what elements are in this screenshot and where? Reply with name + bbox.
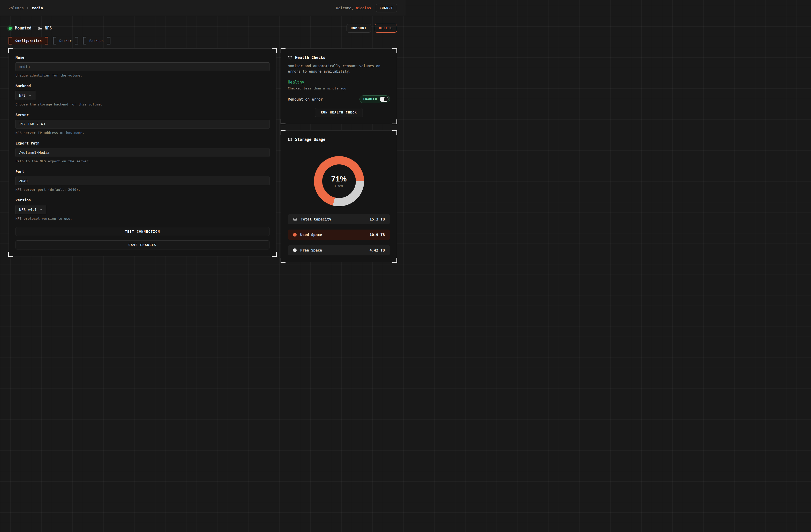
username: nicolas (356, 6, 371, 10)
status-left: Mounted NFS (9, 26, 52, 31)
backend-chip: NFS (38, 26, 52, 31)
configuration-panel: Name Unique identifier for the volume. B… (9, 48, 276, 256)
storage-usage-title: Storage Usage (295, 137, 325, 142)
unmount-button[interactable]: UNMOUNT (347, 24, 371, 33)
corner-marker (280, 120, 286, 124)
version-helper: NFS protocol version to use. (16, 217, 270, 220)
stat-value: 10.9 TB (370, 233, 385, 237)
stat-label: Free Space (300, 248, 322, 252)
corner-marker (272, 252, 277, 257)
hard-drive-icon (293, 217, 297, 221)
health-checked-text: Checked less than a minute ago (288, 87, 390, 90)
health-checks-card: Health Checks Monitor and automatically … (281, 48, 397, 124)
top-bar: Volumes > media Welcome, nicolas LOGOUT (0, 0, 406, 16)
stat-label: Total Capacity (301, 217, 331, 221)
backend-helper: Choose the storage backend for this volu… (16, 103, 270, 106)
corner-marker (8, 252, 13, 257)
welcome-prefix: Welcome, (336, 6, 356, 10)
health-description: Monitor and automatically remount volume… (288, 63, 389, 74)
right-column: Health Checks Monitor and automatically … (281, 48, 397, 262)
corner-marker (280, 258, 286, 263)
heart-icon (288, 56, 292, 60)
run-health-check-button[interactable]: RUN HEALTH CHECK (315, 108, 363, 117)
chevron-down-icon (28, 94, 32, 97)
stat-row-total-capacity: Total Capacity 15.3 TB (288, 214, 390, 224)
export-path-field-group: Export Path Path to the NFS export on th… (16, 141, 270, 163)
logout-button[interactable]: LOGOUT (376, 4, 397, 12)
remount-label: Remount on error (288, 97, 323, 101)
delete-button[interactable]: DELETE (375, 24, 397, 33)
chevron-down-icon (39, 208, 43, 212)
backend-label: Backend (16, 84, 270, 88)
corner-marker (392, 48, 397, 53)
backend-select[interactable]: NFS (16, 91, 35, 100)
health-checks-title-row: Health Checks (288, 55, 390, 60)
stat-value: 4.42 TB (370, 248, 385, 252)
server-input[interactable] (16, 120, 270, 128)
server-stack-icon (38, 26, 42, 31)
storage-stats: Total Capacity 15.3 TB Used Space 10.9 T… (288, 214, 390, 255)
backend-field-group: Backend NFS Choose the storage backend f… (16, 84, 270, 106)
tab-backups[interactable]: Backups (83, 37, 110, 45)
save-changes-button[interactable]: SAVE CHANGES (16, 240, 270, 249)
backend-select-value: NFS (19, 93, 26, 97)
version-select-value: NFS v4.1 (19, 207, 36, 212)
port-helper: NFS server port (default: 2049). (16, 188, 270, 191)
storage-donut-chart: 71% Used (314, 156, 364, 206)
welcome-text: Welcome, nicolas (336, 6, 371, 10)
breadcrumb-separator-icon: > (27, 6, 29, 10)
corner-marker (272, 48, 277, 53)
tab-bar: Configuration Docker Backups (9, 37, 397, 45)
version-select[interactable]: NFS v4.1 (16, 205, 46, 214)
remount-toggle[interactable]: ENABLED (359, 95, 390, 103)
corner-marker (280, 48, 286, 53)
hard-drive-icon (288, 137, 292, 142)
version-field-group: Version NFS v4.1 NFS protocol version to… (16, 198, 270, 220)
health-status-text: Healthy (288, 80, 390, 84)
tab-configuration[interactable]: Configuration (9, 37, 48, 45)
backend-label: NFS (45, 26, 52, 31)
corner-marker (392, 130, 397, 135)
toggle-switch (380, 97, 388, 102)
stat-value: 15.3 TB (370, 217, 385, 221)
storage-usage-card: Storage Usage 71% Used (281, 130, 397, 262)
tab-docker[interactable]: Docker (53, 37, 78, 45)
stat-row-free-space: Free Space 4.42 TB (288, 245, 390, 255)
mount-status: Mounted (9, 26, 31, 31)
donut-hole: 71% Used (322, 165, 356, 198)
name-label: Name (16, 55, 270, 60)
port-field-group: Port NFS server port (default: 2049). (16, 170, 270, 191)
remount-row: Remount on error ENABLED (288, 95, 390, 103)
remount-toggle-label: ENABLED (363, 97, 377, 101)
server-label: Server (16, 113, 270, 117)
port-input[interactable] (16, 176, 270, 185)
stat-row-used-space: Used Space 10.9 TB (288, 230, 390, 240)
test-connection-button[interactable]: TEST CONNECTION (16, 227, 270, 236)
corner-marker (8, 48, 13, 53)
used-space-dot-icon (293, 233, 296, 236)
name-input[interactable] (16, 62, 270, 71)
breadcrumb-volumes[interactable]: Volumes (9, 6, 24, 10)
server-helper: NFS server IP address or hostname. (16, 131, 270, 135)
health-checks-title: Health Checks (295, 55, 325, 60)
content: Name Unique identifier for the volume. B… (9, 48, 397, 262)
version-label: Version (16, 198, 270, 202)
server-field-group: Server NFS server IP address or hostname… (16, 113, 270, 135)
donut-percent: 71% (331, 174, 347, 183)
toggle-knob (384, 97, 388, 101)
export-path-helper: Path to the NFS export on the server. (16, 159, 270, 163)
export-path-label: Export Path (16, 141, 270, 145)
donut-wrap: 71% Used (288, 156, 390, 206)
corner-marker (392, 258, 397, 263)
corner-marker (392, 120, 397, 124)
port-label: Port (16, 170, 270, 174)
status-actions: UNMOUNT DELETE (347, 24, 397, 33)
corner-marker (280, 130, 286, 135)
name-field-group: Name Unique identifier for the volume. (16, 55, 270, 77)
page: Mounted NFS UNMOUNT DELETE Configuration… (0, 24, 406, 262)
mounted-label: Mounted (15, 26, 31, 31)
export-path-input[interactable] (16, 148, 270, 157)
stat-label: Used Space (300, 233, 322, 237)
mounted-status-dot (9, 27, 12, 30)
donut-caption: Used (335, 184, 343, 188)
